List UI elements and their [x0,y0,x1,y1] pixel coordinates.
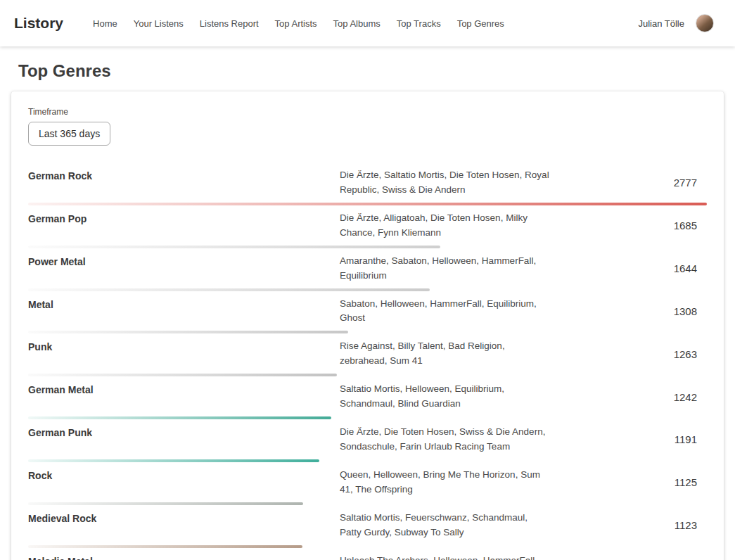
genre-name: German Punk [28,425,340,438]
user-name: Julian Tölle [638,18,684,29]
genre-name: Punk [28,339,340,352]
genre-bar [28,459,319,462]
genre-name: German Pop [28,211,340,224]
genre-count: 2777 [551,177,707,189]
genre-name: Rock [28,468,340,481]
nav-item-home[interactable]: Home [93,18,117,29]
genre-row: German Metal Saltatio Mortis, Helloween,… [28,376,707,419]
timeframe-select[interactable]: Last 365 days [28,122,110,146]
genre-row: Power Metal Amaranthe, Sabaton, Hellowee… [28,248,707,291]
genre-artists: Unleash The Archers, Helloween, HammerFa… [340,554,551,560]
genre-name: Medieval Rock [28,511,340,524]
genre-row: Rock Queen, Helloween, Bring Me The Hori… [28,462,707,505]
nav-item-top-albums[interactable]: Top Albums [333,18,381,29]
genre-artists: Saltatio Mortis, Helloween, Equilibrium,… [340,382,551,412]
brand-logo[interactable]: Listory [14,15,63,32]
page-title: Top Genres [18,61,717,81]
nav-item-top-genres[interactable]: Top Genres [457,18,504,29]
genre-bar [28,288,430,291]
genre-count: 1685 [551,219,707,231]
genre-count: 1263 [551,348,707,360]
genre-bar-track [28,246,707,248]
genre-list: German Rock Die Ärzte, Saltatio Mortis, … [28,163,707,560]
genre-bar [28,374,337,376]
genre-artists: Die Ärzte, Die Toten Hosen, Swiss & Die … [340,425,551,454]
genre-row: German Pop Die Ärzte, Alligatoah, Die To… [28,205,707,248]
genre-row: German Rock Die Ärzte, Saltatio Mortis, … [28,163,707,205]
genre-bar [28,545,302,548]
genre-row: Melodic Metal Unleash The Archers, Hello… [28,548,707,560]
timeframe-label: Timeframe [28,107,707,117]
genre-artists: Sabaton, Helloween, HammerFall, Equilibr… [340,297,551,326]
genre-row: Metal Sabaton, Helloween, HammerFall, Eq… [28,291,707,334]
genre-bar-track [28,374,707,376]
top-genres-card: Timeframe Last 365 days German Rock Die … [11,91,724,560]
genre-artists: Die Ärzte, Alligatoah, Die Toten Hosen, … [340,211,551,241]
nav-item-listens-report[interactable]: Listens Report [200,18,259,29]
genre-count: 1242 [551,391,707,403]
genre-bar [28,502,303,505]
genre-row: Punk Rise Against, Billy Talent, Bad Rel… [28,333,707,376]
genre-name: Metal [28,297,340,310]
genre-bar [28,246,440,248]
genre-row: German Punk Die Ärzte, Die Toten Hosen, … [28,419,707,462]
nav-item-top-tracks[interactable]: Top Tracks [397,18,441,29]
genre-bar [28,203,707,205]
genre-bar-track [28,331,707,333]
genre-count: 1644 [551,262,707,274]
nav-item-top-artists[interactable]: Top Artists [275,18,317,29]
genre-row: Medieval Rock Saltatio Mortis, Feuerschw… [28,505,707,548]
genre-name: Melodic Metal [28,554,340,560]
user-avatar[interactable] [696,14,714,32]
genre-bar-track [28,416,707,419]
genre-name: German Metal [28,382,340,395]
nav-item-your-listens[interactable]: Your Listens [134,18,184,29]
top-navbar: Listory HomeYour ListensListens ReportTo… [0,0,735,46]
genre-count: 1191 [551,433,707,445]
genre-artists: Amaranthe, Sabaton, Helloween, HammerFal… [340,254,551,284]
genre-bar-track [28,459,707,462]
genre-count: 1125 [551,476,707,488]
genre-count: 1123 [551,519,707,531]
genre-bar-track [28,502,707,505]
genre-artists: Die Ärzte, Saltatio Mortis, Die Toten Ho… [340,168,551,198]
genre-artists: Rise Against, Billy Talent, Bad Religion… [340,339,551,369]
genre-bar [28,331,348,333]
genre-count: 1308 [551,305,707,317]
genre-artists: Queen, Helloween, Bring Me The Horizon, … [340,468,551,497]
genre-bar-track [28,203,707,205]
main-nav: HomeYour ListensListens ReportTop Artist… [93,18,504,29]
genre-bar-track [28,545,707,548]
genre-bar [28,416,331,419]
genre-artists: Saltatio Mortis, Feuerschwanz, Schandmau… [340,511,551,540]
genre-name: German Rock [28,168,340,182]
genre-bar-track [28,288,707,291]
genre-name: Power Metal [28,254,340,267]
